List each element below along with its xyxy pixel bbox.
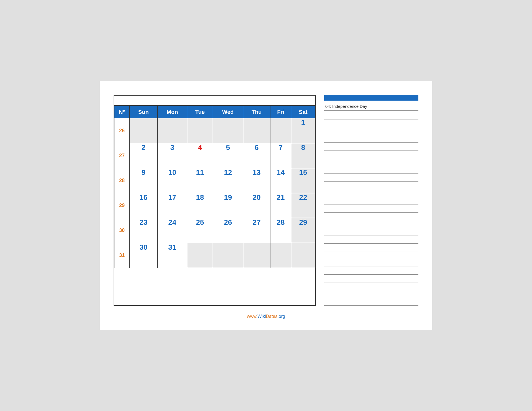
header-sun: Sun bbox=[130, 106, 158, 118]
day-cell: 1 bbox=[291, 118, 315, 143]
day-cell: 20 bbox=[243, 193, 270, 218]
note-line bbox=[324, 259, 418, 267]
day-cell: 3 bbox=[157, 143, 187, 168]
note-line bbox=[324, 298, 418, 306]
holidays-header bbox=[324, 95, 418, 101]
header-fri: Fri bbox=[270, 106, 291, 118]
week-number: 30 bbox=[114, 218, 130, 243]
note-line bbox=[324, 119, 418, 127]
day-cell: 26 bbox=[213, 218, 243, 243]
week-number: 26 bbox=[114, 118, 130, 143]
calendar: N° Sun Mon Tue Wed Thu Fri Sat 261272345… bbox=[114, 95, 316, 306]
footer-dates: Dates bbox=[266, 314, 278, 319]
day-cell: 29 bbox=[291, 218, 315, 243]
note-line bbox=[324, 135, 418, 143]
footer: www.WikiDates.org bbox=[114, 314, 418, 319]
note-line bbox=[324, 205, 418, 213]
note-line bbox=[324, 275, 418, 282]
note-line bbox=[324, 213, 418, 220]
day-cell bbox=[130, 118, 158, 143]
note-line bbox=[324, 182, 418, 189]
day-cell bbox=[291, 243, 315, 268]
holiday-item: 04: Independence Day bbox=[324, 103, 418, 111]
note-line bbox=[324, 251, 418, 259]
holiday-items: 04: Independence Day bbox=[324, 103, 418, 111]
header-sat: Sat bbox=[291, 106, 315, 118]
day-cell: 14 bbox=[270, 168, 291, 193]
day-cell: 10 bbox=[157, 168, 187, 193]
note-line bbox=[324, 150, 418, 158]
footer-org: .org bbox=[277, 314, 285, 319]
calendar-week-row: 313031 bbox=[114, 243, 315, 268]
note-line bbox=[324, 267, 418, 275]
day-cell bbox=[187, 243, 213, 268]
day-cell bbox=[213, 243, 243, 268]
day-cell: 16 bbox=[130, 193, 158, 218]
week-number: 27 bbox=[114, 143, 130, 168]
day-cell: 22 bbox=[291, 193, 315, 218]
day-cell: 31 bbox=[157, 243, 187, 268]
note-line bbox=[324, 236, 418, 244]
day-cell: 15 bbox=[291, 168, 315, 193]
day-cell bbox=[270, 118, 291, 143]
note-line bbox=[324, 220, 418, 228]
day-cell: 9 bbox=[130, 168, 158, 193]
day-cell: 2 bbox=[130, 143, 158, 168]
note-line bbox=[324, 197, 418, 205]
header-mon: Mon bbox=[157, 106, 187, 118]
day-cell bbox=[213, 118, 243, 143]
calendar-week-row: 289101112131415 bbox=[114, 168, 315, 193]
page: N° Sun Mon Tue Wed Thu Fri Sat 261272345… bbox=[100, 81, 432, 330]
day-cell bbox=[243, 118, 270, 143]
day-cell bbox=[270, 243, 291, 268]
footer-wiki: Wiki bbox=[257, 314, 266, 319]
holidays-section: 04: Independence Day bbox=[324, 95, 418, 306]
day-cell: 28 bbox=[270, 218, 291, 243]
day-cell: 19 bbox=[213, 193, 243, 218]
note-line bbox=[324, 189, 418, 197]
day-cell: 21 bbox=[270, 193, 291, 218]
day-cell: 6 bbox=[243, 143, 270, 168]
calendar-week-row: 3023242526272829 bbox=[114, 218, 315, 243]
day-cell: 12 bbox=[213, 168, 243, 193]
day-cell: 4 bbox=[187, 143, 213, 168]
footer-www: www. bbox=[247, 314, 257, 319]
day-cell: 24 bbox=[157, 218, 187, 243]
week-number: 31 bbox=[114, 243, 130, 268]
header-tue: Tue bbox=[187, 106, 213, 118]
day-cell: 13 bbox=[243, 168, 270, 193]
header-thu: Thu bbox=[243, 106, 270, 118]
note-line bbox=[324, 282, 418, 290]
note-line bbox=[324, 112, 418, 119]
week-number: 28 bbox=[114, 168, 130, 193]
calendar-title bbox=[114, 96, 315, 106]
header-wed: Wed bbox=[213, 106, 243, 118]
calendar-week-row: 272345678 bbox=[114, 143, 315, 168]
note-line bbox=[324, 127, 418, 135]
note-line bbox=[324, 174, 418, 182]
day-cell: 5 bbox=[213, 143, 243, 168]
day-cell: 27 bbox=[243, 218, 270, 243]
header-week-num: N° bbox=[114, 106, 130, 118]
calendar-week-row: 261 bbox=[114, 118, 315, 143]
calendar-week-row: 2916171819202122 bbox=[114, 193, 315, 218]
day-cell bbox=[157, 118, 187, 143]
day-cell: 8 bbox=[291, 143, 315, 168]
calendar-header-row: N° Sun Mon Tue Wed Thu Fri Sat bbox=[114, 106, 315, 118]
day-cell: 18 bbox=[187, 193, 213, 218]
note-line bbox=[324, 158, 418, 166]
note-line bbox=[324, 166, 418, 174]
day-cell bbox=[243, 243, 270, 268]
day-cell: 11 bbox=[187, 168, 213, 193]
note-line bbox=[324, 244, 418, 251]
note-lines bbox=[324, 112, 418, 306]
day-cell: 30 bbox=[130, 243, 158, 268]
main-content: N° Sun Mon Tue Wed Thu Fri Sat 261272345… bbox=[114, 95, 418, 306]
note-line bbox=[324, 143, 418, 150]
day-cell: 17 bbox=[157, 193, 187, 218]
day-cell: 25 bbox=[187, 218, 213, 243]
note-line bbox=[324, 290, 418, 298]
calendar-table: N° Sun Mon Tue Wed Thu Fri Sat 261272345… bbox=[114, 106, 315, 268]
day-cell: 23 bbox=[130, 218, 158, 243]
note-line bbox=[324, 228, 418, 236]
